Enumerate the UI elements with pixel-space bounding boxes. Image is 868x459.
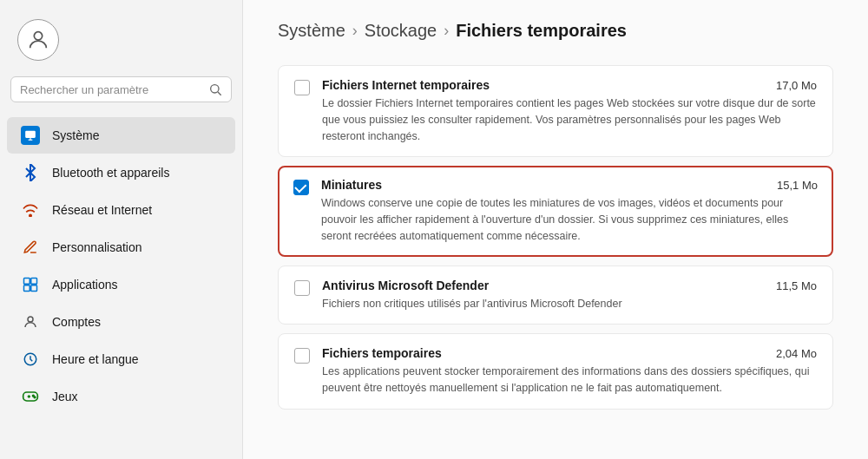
user-avatar[interactable] [17,19,59,61]
file-title-internet-temp: Fichiers Internet temporaires [322,78,490,92]
sidebar-item-label: Heure et langue [52,352,139,366]
sidebar-item-reseau[interactable]: Réseau et Internet [7,192,235,228]
file-size-internet-temp: 17,0 Mo [776,79,817,92]
svg-rect-3 [25,131,36,138]
file-header-miniatures: Miniatures 15,1 Mo [321,178,818,192]
file-size-fichiers-temp: 2,04 Mo [776,347,817,360]
breadcrumb: Système › Stockage › Fichiers temporaire… [278,21,833,41]
breadcrumb-part2: Stockage [365,21,437,41]
file-size-miniatures: 15,1 Mo [777,179,818,192]
file-item-antivirus: Antivirus Microsoft Defender 11,5 Mo Fic… [278,266,833,325]
svg-point-17 [34,397,36,398]
sidebar-item-heure[interactable]: Heure et langue [7,341,235,377]
sidebar-item-systeme[interactable]: Système [7,117,235,154]
file-content-internet-temp: Fichiers Internet temporaires 17,0 Mo Le… [322,78,817,144]
file-checkbox-antivirus[interactable] [294,280,310,296]
svg-point-6 [30,214,31,216]
file-desc-antivirus: Fichiers non critiques utilisés par l'an… [322,296,817,312]
file-header-internet-temp: Fichiers Internet temporaires 17,0 Mo [322,78,817,92]
person-icon [26,28,50,52]
breadcrumb-part3: Fichiers temporaires [456,21,627,41]
sidebar-item-bluetooth[interactable]: Bluetooth et appareils [7,154,235,191]
breadcrumb-sep2: › [444,22,449,40]
sidebar-item-label: Applications [52,278,118,292]
sidebar-item-label: Personnalisation [52,240,142,254]
sidebar-item-label: Comptes [52,315,101,329]
file-header-antivirus: Antivirus Microsoft Defender 11,5 Mo [322,279,817,292]
svg-line-2 [218,92,221,95]
file-title-miniatures: Miniatures [321,178,382,192]
sidebar: Système Bluetooth et appareils Réseau et… [0,0,243,459]
svg-point-1 [211,85,219,93]
file-desc-internet-temp: Le dossier Fichiers Internet temporaires… [322,95,817,144]
file-content-fichiers-temp: Fichiers temporaires 2,04 Mo Les applica… [322,346,817,397]
file-title-fichiers-temp: Fichiers temporaires [322,346,442,360]
file-content-miniatures: Miniatures 15,1 Mo Windows conserve une … [321,178,818,244]
sidebar-item-personnalisation[interactable]: Personnalisation [7,229,235,266]
file-checkbox-fichiers-temp[interactable] [294,348,310,364]
nav-container: Système Bluetooth et appareils Réseau et… [0,116,242,416]
sidebar-item-label: Réseau et Internet [52,203,152,217]
file-desc-fichiers-temp: Les applications peuvent stocker tempora… [322,364,817,397]
sidebar-item-label: Bluetooth et appareils [52,166,169,180]
search-box[interactable] [10,76,232,102]
breadcrumb-sep1: › [352,22,358,40]
file-desc-miniatures: Windows conserve une copie de toutes les… [321,195,818,244]
svg-rect-7 [24,279,30,285]
sidebar-item-jeux[interactable]: Jeux [7,378,235,415]
file-item-miniatures: Miniatures 15,1 Mo Windows conserve une … [278,166,833,256]
sidebar-item-comptes[interactable]: Comptes [7,304,235,340]
files-container: Fichiers Internet temporaires 17,0 Mo Le… [278,65,833,410]
breadcrumb-part1: Système [278,21,345,41]
file-header-fichiers-temp: Fichiers temporaires 2,04 Mo [322,346,817,360]
svg-point-11 [28,317,33,322]
sidebar-item-label: Jeux [52,390,78,403]
svg-rect-9 [24,285,30,292]
main-content: Système › Stockage › Fichiers temporaire… [243,0,868,459]
search-input[interactable] [20,83,201,96]
file-size-antivirus: 11,5 Mo [776,279,817,292]
search-icon [208,82,222,96]
file-item-fichiers-temp: Fichiers temporaires 2,04 Mo Les applica… [278,333,833,410]
svg-rect-10 [31,285,37,292]
file-title-antivirus: Antivirus Microsoft Defender [322,279,489,292]
svg-rect-8 [31,279,37,285]
file-checkbox-miniatures[interactable] [293,180,309,195]
svg-point-0 [34,32,42,40]
sidebar-item-applications[interactable]: Applications [7,266,235,303]
file-checkbox-internet-temp[interactable] [294,80,310,95]
file-item-internet-temp: Fichiers Internet temporaires 17,0 Mo Le… [278,65,833,157]
file-content-antivirus: Antivirus Microsoft Defender 11,5 Mo Fic… [322,279,817,312]
sidebar-item-label: Système [52,128,99,142]
